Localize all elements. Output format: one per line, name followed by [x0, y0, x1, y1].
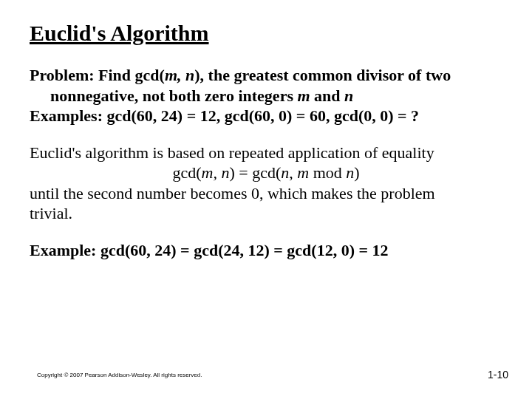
examples-text: Examples: gcd(60, 24) = 12, gcd(60, 0) =…	[30, 106, 419, 125]
slide-body: Problem: Find gcd(m, n), the greatest co…	[30, 65, 502, 260]
desc-line-1: Euclid's algorithm is based on repeated …	[30, 143, 502, 163]
examples-line: Examples: gcd(60, 24) = 12, gcd(60, 0) =…	[30, 106, 502, 126]
f-m: m	[297, 163, 309, 182]
slide-title: Euclid's Algorithm	[30, 21, 502, 46]
var-m: m	[297, 86, 310, 105]
f-n2: n	[346, 163, 354, 182]
problem-statement: Problem: Find gcd(m, n), the greatest co…	[30, 65, 502, 106]
f-p3: )	[354, 163, 359, 182]
desc-line-2b: trivial.	[30, 203, 502, 224]
f-comma: ,	[289, 163, 297, 182]
copyright-text: Copyright © 2007 Pearson Addison-Wesley.…	[37, 372, 202, 378]
problem-block: Problem: Find gcd(m, n), the greatest co…	[30, 65, 502, 126]
f-p1: gcd(	[172, 163, 201, 182]
f-p2: ) = gcd(	[229, 163, 281, 182]
slide: Euclid's Algorithm Problem: Find gcd(m, …	[0, 0, 532, 399]
description-block: Euclid's algorithm is based on repeated …	[30, 143, 502, 224]
problem-label: Problem: Find gcd(	[30, 66, 165, 84]
problem-and: and	[310, 86, 344, 105]
f-n: n	[281, 163, 289, 182]
formula-line: gcd(m, n) = gcd(n, m mod n)	[30, 163, 502, 183]
var-mn: m, n	[165, 66, 194, 84]
example-block: Example: gcd(60, 24) = gcd(24, 12) = gcd…	[30, 240, 502, 261]
f-mod: mod	[309, 163, 346, 182]
page-number: 1-10	[488, 369, 508, 381]
desc-line-2a: until the second number becomes 0, which…	[30, 183, 502, 204]
var-n: n	[344, 86, 353, 105]
f-mn: m, n	[202, 163, 230, 182]
